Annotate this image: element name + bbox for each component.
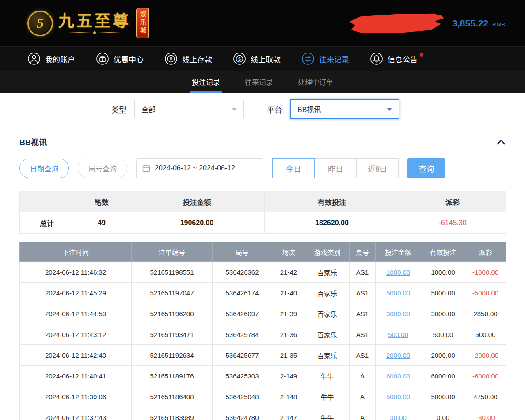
cell-valid-bet: 5000.00 <box>421 386 465 407</box>
cell-session: 2-149 <box>272 366 305 386</box>
nav-item-withdraw[interactable]: $线上取款 <box>233 52 281 65</box>
svg-text:$: $ <box>238 56 241 62</box>
cell-bet-id: 521651193471 <box>132 324 213 345</box>
topbar: 5 九五至尊 娱乐城 3,855.22 RMB <box>0 0 525 46</box>
date-query-button[interactable]: 日期查询 <box>19 159 69 178</box>
cell-table-no: A <box>350 407 376 420</box>
cell-time: 2024-06-12 11:45:29 <box>20 283 132 303</box>
transfer-records-icon <box>301 52 315 65</box>
cell-round: 536426097 <box>213 303 272 324</box>
summary-cell-payout: -6145.30 <box>399 212 506 234</box>
cell-table-no: AS1 <box>350 345 376 366</box>
brand-name: 九五至尊 <box>58 12 131 30</box>
column-header: 有效投注 <box>421 242 465 262</box>
platform-select[interactable]: BB视讯 <box>290 99 399 119</box>
cell-bet-amount: 1000.00 <box>376 262 421 283</box>
cell-valid-bet: 2000.00 <box>421 345 465 366</box>
logo-emblem-icon: 5 <box>27 11 53 36</box>
nav-item-promotions[interactable]: 优惠中心 <box>96 52 144 65</box>
type-select[interactable]: 全部 <box>134 99 244 119</box>
range-button-yesterday[interactable]: 昨日 <box>314 158 357 178</box>
cell-payout: -30.00 <box>465 407 506 420</box>
table-row: 2024-06-12 11:37:43521651183989536424780… <box>20 407 506 420</box>
cell-time: 2024-06-12 11:39:06 <box>20 386 132 407</box>
deposit-coin-icon: ¥ <box>164 52 178 65</box>
nav-item-deposit[interactable]: ¥线上存款 <box>164 52 212 65</box>
cell-valid-bet: 0.00 <box>421 407 465 420</box>
collapse-section-button[interactable] <box>497 139 506 145</box>
bet-amount-link[interactable]: 5000.00 <box>386 289 410 297</box>
nav-item-announcements[interactable]: 信息公告 <box>370 52 418 65</box>
table-row: 2024-06-12 11:46:32521651198551536426362… <box>20 262 506 283</box>
nav-item-label: 优惠中心 <box>114 53 144 64</box>
round-query-button[interactable]: 局号查询 <box>78 159 127 178</box>
column-header: 游戏类别 <box>305 242 350 262</box>
table-row: 2024-06-12 11:40:41521651189176536425303… <box>20 366 506 386</box>
notification-dot <box>420 53 423 57</box>
cell-bet-amount: 2000.00 <box>376 345 421 366</box>
detail-table-body: 2024-06-12 11:46:32521651198551536426362… <box>20 262 506 420</box>
bet-amount-link[interactable]: 5000.00 <box>386 393 410 401</box>
cell-time: 2024-06-12 11:37:43 <box>20 407 132 420</box>
date-range-input[interactable]: 2024-06-12 ~ 2024-06-12 <box>136 158 263 178</box>
search-button[interactable]: 查询 <box>407 158 445 178</box>
cell-bet-id: 521651196200 <box>132 303 213 324</box>
cell-payout: 500.00 <box>465 324 506 345</box>
cell-bet-id: 521651198551 <box>132 262 213 283</box>
table-row: 2024-06-12 11:39:06521651186408536425048… <box>20 386 506 407</box>
gift-icon <box>96 52 109 65</box>
column-header: 下注时间 <box>20 242 132 262</box>
cell-valid-bet: 3000.00 <box>421 303 465 324</box>
cell-game-type: 百家乐 <box>305 283 350 303</box>
summary-cell-valid_bet: 182620.00 <box>265 212 399 234</box>
cell-time: 2024-06-12 11:40:41 <box>20 366 132 386</box>
summary-table: 笔数投注金额有效投注派彩 总计49190620.00182620.00-6145… <box>19 191 506 234</box>
summary-cell-row_label: 总计 <box>20 212 74 234</box>
nav-item-account[interactable]: 我的账户 <box>27 52 75 65</box>
nav-item-label: 线上存款 <box>182 53 212 64</box>
main-nav: 我的账户优惠中心¥线上存款$线上取款往来记录信息公告 <box>0 46 525 71</box>
summary-header-cell: 投注金额 <box>129 191 265 212</box>
cell-payout: -1000.00 <box>465 262 506 283</box>
cell-bet-amount: 5000.00 <box>376 386 421 407</box>
logo[interactable]: 5 九五至尊 娱乐城 <box>27 8 149 38</box>
tab-processing-orders[interactable]: 处理中订单 <box>296 71 335 93</box>
bet-amount-link[interactable]: 6000.00 <box>386 372 410 380</box>
nav-item-label: 往来记录 <box>319 53 349 64</box>
bet-amount-link[interactable]: 2000.00 <box>386 352 410 359</box>
date-range-group: 今日昨日近8日 <box>272 158 399 178</box>
logo-badge: 娱乐城 <box>136 8 149 38</box>
bet-amount-link[interactable]: 500.00 <box>388 331 408 338</box>
svg-text:¥: ¥ <box>170 56 173 62</box>
cell-session: 21-40 <box>272 283 305 303</box>
cell-session: 2-147 <box>272 407 305 420</box>
cell-session: 21-35 <box>272 345 305 366</box>
bet-amount-link[interactable]: 30.00 <box>390 414 407 420</box>
cell-bet-id: 521651189176 <box>132 366 213 386</box>
range-button-last-8-days[interactable]: 近8日 <box>356 158 399 178</box>
cell-bet-amount: 6000.00 <box>376 366 421 386</box>
tab-bet-records[interactable]: 投注记录 <box>190 71 222 93</box>
bell-icon <box>370 52 383 65</box>
logo-emblem-char: 5 <box>37 15 44 31</box>
cell-bet-id: 521651192634 <box>132 345 213 366</box>
column-header: 桌号 <box>350 242 376 262</box>
summary-header-cell: 有效投注 <box>265 191 399 212</box>
cell-bet-amount: 30.00 <box>376 407 421 420</box>
cell-bet-id: 521651197047 <box>132 283 213 303</box>
cell-time: 2024-06-12 11:42:40 <box>20 345 132 366</box>
logo-text: 九五至尊 <box>58 12 131 34</box>
range-button-today[interactable]: 今日 <box>272 158 315 178</box>
bet-amount-link[interactable]: 1000.00 <box>386 269 410 276</box>
bet-records-table: 下注时间注单编号局号场次游戏类别桌号投注金额有效投注派彩 2024-06-12 … <box>19 242 506 420</box>
column-header: 派彩 <box>465 242 506 262</box>
cell-valid-bet: 500.00 <box>421 324 465 345</box>
sub-tabs: 投注记录往来记录处理中订单 <box>0 71 525 93</box>
cell-bet-amount: 500.00 <box>376 324 421 345</box>
section-title: BB视讯 <box>19 136 47 148</box>
date-range-value: 2024-06-12 ~ 2024-06-12 <box>155 164 235 172</box>
nav-item-records[interactable]: 往来记录 <box>301 52 349 65</box>
username-redaction <box>347 11 446 35</box>
bet-amount-link[interactable]: 3000.00 <box>386 310 410 318</box>
tab-transaction-records[interactable]: 往来记录 <box>243 71 275 93</box>
